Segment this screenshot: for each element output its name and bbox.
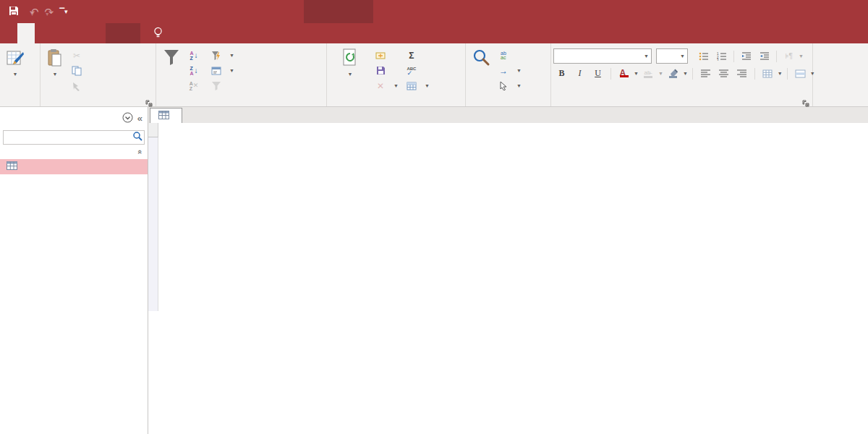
ribbon-tab-bar bbox=[0, 23, 868, 43]
redo-icon[interactable]: ↷▾ bbox=[45, 7, 49, 17]
paste-button[interactable]: ▼ bbox=[43, 46, 67, 78]
find-magnifier-icon bbox=[472, 48, 490, 69]
ribbon-group-views: ▼ bbox=[0, 43, 41, 106]
filter-button[interactable] bbox=[158, 46, 184, 72]
alternate-row-color-button[interactable] bbox=[792, 67, 809, 80]
search-input[interactable] bbox=[7, 132, 132, 142]
alternate-row-caret-icon[interactable]: ▼ bbox=[810, 71, 815, 76]
go-to-button[interactable]: → ▼ bbox=[494, 63, 525, 78]
tab-create[interactable] bbox=[35, 23, 52, 43]
gridlines-button[interactable] bbox=[760, 67, 776, 80]
cut-icon: ✂ bbox=[71, 50, 82, 61]
nav-pane-menu-icon[interactable] bbox=[122, 112, 133, 125]
new-record-button[interactable] bbox=[371, 48, 402, 63]
save-record-button[interactable] bbox=[371, 63, 402, 78]
font-name-caret-icon: ▼ bbox=[641, 54, 649, 59]
filter-funnel-icon bbox=[162, 48, 181, 68]
quick-access-toolbar: ↶▾ ↷▾ ▔▾ bbox=[9, 0, 68, 23]
customize-quick-access-icon[interactable]: ▔▾ bbox=[59, 9, 67, 15]
tab-table[interactable] bbox=[123, 23, 140, 43]
cut-button[interactable]: ✂ bbox=[67, 48, 90, 63]
go-to-arrow-icon: → bbox=[498, 65, 509, 77]
tab-home[interactable] bbox=[17, 23, 35, 43]
background-color-caret-icon[interactable]: ▼ bbox=[683, 71, 688, 76]
paste-dropdown-caret-icon[interactable]: ▼ bbox=[53, 72, 58, 77]
copy-button[interactable] bbox=[67, 63, 90, 78]
tab-file[interactable] bbox=[0, 23, 17, 43]
paste-icon bbox=[46, 48, 64, 69]
delete-icon: ✕ bbox=[375, 80, 386, 92]
descending-button[interactable]: ZA↓ bbox=[184, 63, 207, 78]
select-all-cell[interactable] bbox=[148, 123, 158, 137]
search-icon[interactable] bbox=[132, 131, 142, 144]
refresh-all-button[interactable]: ▼ bbox=[329, 46, 371, 78]
ribbon: ▼ ▼ ✂ bbox=[0, 43, 868, 107]
document-tab-customer-data[interactable] bbox=[150, 108, 182, 123]
delete-caret-icon: ▼ bbox=[393, 83, 399, 88]
lightbulb-icon bbox=[153, 27, 163, 41]
replace-icon: abac bbox=[498, 50, 509, 61]
remove-sort-button[interactable]: AZ✕ bbox=[184, 78, 207, 93]
selection-filter-icon bbox=[210, 50, 222, 61]
tell-me-box[interactable] bbox=[140, 23, 169, 43]
advanced-button[interactable]: ▼ bbox=[207, 63, 238, 78]
totals-button[interactable]: Σ bbox=[402, 48, 433, 63]
background-color-button[interactable] bbox=[665, 67, 681, 80]
highlight-caret-icon: ▼ bbox=[658, 71, 663, 76]
nav-section-tables[interactable]: « bbox=[0, 145, 148, 159]
format-painter-icon bbox=[71, 80, 82, 92]
paragraph-direction-caret-icon: ▼ bbox=[799, 54, 804, 59]
text-formatting-dialog-launcher-icon[interactable] bbox=[802, 97, 810, 105]
increase-indent-button[interactable] bbox=[756, 49, 773, 63]
title-bar: ↶▾ ↷▾ ▔▾ bbox=[0, 0, 868, 23]
select-cursor-icon bbox=[498, 80, 509, 92]
font-name-combo[interactable]: ▼ bbox=[553, 48, 652, 64]
nav-item-customer-data[interactable] bbox=[0, 159, 148, 174]
italic-button[interactable]: I bbox=[571, 67, 588, 80]
spelling-button[interactable]: ABC✓ bbox=[402, 63, 433, 78]
view-dropdown-caret-icon[interactable]: ▼ bbox=[13, 72, 18, 77]
format-painter-button[interactable] bbox=[67, 78, 90, 93]
find-button[interactable] bbox=[468, 46, 494, 73]
highlight-color-button[interactable]: ab̶ bbox=[640, 67, 657, 80]
contextual-tabs bbox=[106, 23, 140, 43]
save-icon[interactable] bbox=[9, 6, 19, 17]
tab-external-data[interactable] bbox=[52, 23, 69, 43]
align-center-button[interactable] bbox=[715, 67, 732, 80]
selection-button[interactable]: ▼ bbox=[207, 48, 238, 63]
tab-help[interactable] bbox=[87, 23, 104, 43]
decrease-indent-button[interactable] bbox=[738, 49, 754, 63]
font-size-combo[interactable]: ▼ bbox=[656, 48, 688, 64]
font-size-caret-icon: ▼ bbox=[677, 54, 685, 59]
bold-button[interactable]: B bbox=[553, 67, 570, 80]
align-right-button[interactable] bbox=[733, 67, 750, 80]
paragraph-direction-button[interactable]: ⊧¶ bbox=[780, 49, 797, 63]
ribbon-group-records: ▼ ✕ ▼ Σ bbox=[327, 43, 466, 106]
select-button[interactable]: ▼ bbox=[494, 78, 525, 93]
ascending-button[interactable]: AZ↓ bbox=[184, 48, 207, 63]
tab-fields[interactable] bbox=[106, 23, 123, 43]
document-area bbox=[148, 107, 868, 434]
gridlines-caret-icon[interactable]: ▼ bbox=[778, 71, 783, 76]
undo-icon[interactable]: ↶▾ bbox=[30, 7, 34, 17]
clipboard-dialog-launcher-icon[interactable] bbox=[145, 97, 153, 105]
align-left-button[interactable] bbox=[697, 67, 714, 80]
font-color-caret-icon[interactable]: ▼ bbox=[634, 71, 639, 76]
replace-button[interactable]: abac bbox=[494, 48, 525, 63]
delete-record-button[interactable]: ✕ ▼ bbox=[371, 78, 402, 93]
bullets-button[interactable] bbox=[695, 49, 712, 63]
font-color-button[interactable]: A bbox=[616, 67, 632, 80]
spelling-icon: ABC✓ bbox=[406, 65, 417, 77]
select-caret-icon: ▼ bbox=[516, 83, 522, 88]
numbering-button[interactable]: 123 bbox=[713, 49, 730, 63]
view-button[interactable]: ▼ bbox=[2, 46, 28, 78]
nav-search-box[interactable] bbox=[3, 130, 145, 145]
more-button[interactable]: ▼ bbox=[402, 78, 433, 93]
collapse-section-icon[interactable]: « bbox=[136, 150, 145, 154]
datasheet-view-icon bbox=[6, 48, 25, 69]
ribbon-group-text-formatting: ▼ ▼ 123 bbox=[551, 43, 813, 106]
shutter-bar-close-icon[interactable]: « bbox=[137, 113, 142, 124]
toggle-filter-button[interactable] bbox=[207, 78, 238, 93]
underline-button[interactable]: U bbox=[590, 67, 606, 80]
tab-database-tools[interactable] bbox=[69, 23, 87, 43]
